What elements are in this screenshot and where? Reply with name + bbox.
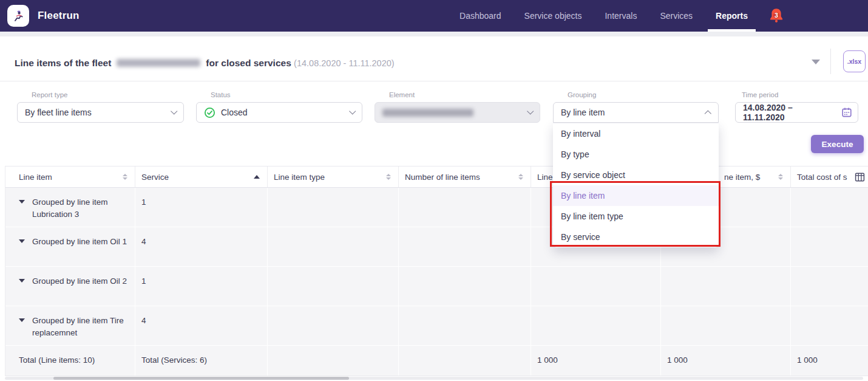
expand-row-icon[interactable] — [19, 200, 25, 204]
grouping-option-by-service[interactable]: By service — [553, 227, 719, 247]
totals-line-item-cost: 1 000 — [531, 346, 661, 376]
column-header-service[interactable]: Service — [135, 166, 268, 187]
status-value: Closed — [221, 108, 350, 117]
notification-badge: 3 — [775, 12, 778, 19]
grouping-value: By line item — [561, 108, 706, 117]
expand-row-icon[interactable] — [19, 239, 25, 243]
column-header-total-cost-of-services[interactable]: Total cost of s — [791, 166, 868, 187]
titlebar-border — [0, 81, 868, 81]
column-label: Total cost of s — [797, 173, 847, 182]
status-label: Status — [211, 91, 231, 98]
service-cell: 1 — [135, 188, 268, 227]
report-title: Line items of the fleetfor closed servic… — [15, 58, 395, 69]
titlebar-divider — [830, 49, 831, 74]
status-closed-check-icon — [204, 107, 215, 118]
report-table: Line item Service Line item type Number … — [5, 166, 868, 376]
main-nav: Dashboard Service objects Intervals Serv… — [459, 0, 748, 32]
nav-label: Services — [660, 11, 693, 21]
nav-item-reports[interactable]: Reports — [716, 0, 748, 32]
table-header-row: Line item Service Line item type Number … — [5, 166, 868, 188]
nav-label: Dashboard — [459, 11, 501, 21]
grouping-option-by-interval[interactable]: By interval — [553, 123, 719, 144]
grouping-select[interactable]: By line item — [553, 102, 719, 123]
table-totals-row: Total (Line items: 10) Total (Services: … — [5, 346, 868, 376]
grouping-dropdown: By interval By type By service object By… — [553, 123, 719, 247]
table-row: Grouped by line item Lubrication 3 1 — [5, 188, 868, 227]
collapse-report-chevron-icon[interactable] — [812, 60, 820, 64]
nav-item-dashboard[interactable]: Dashboard — [459, 0, 501, 32]
sort-icon[interactable] — [123, 174, 127, 180]
element-select-disabled — [375, 102, 540, 123]
column-settings-icon[interactable] — [855, 172, 865, 184]
column-label: Line item type — [274, 173, 325, 182]
column-label: Line item — [19, 173, 52, 182]
table-row: Grouped by line item Oil 2 1 — [5, 267, 868, 306]
nav-item-services[interactable]: Services — [660, 0, 693, 32]
service-cell: 1 — [135, 267, 268, 306]
horizontal-scrollbar-thumb[interactable] — [53, 377, 349, 380]
nav-label: Service objects — [524, 11, 582, 21]
line-item-text: Grouped by line item Oil 2 — [32, 275, 127, 287]
totals-total-cost-services: 1 000 — [791, 346, 868, 376]
nav-label: Reports — [716, 11, 748, 21]
line-item-cell: Grouped by line item Tire replacemnet — [5, 306, 135, 345]
column-header-line-item-type[interactable]: Line item type — [268, 166, 399, 187]
nav-label: Intervals — [605, 11, 637, 21]
redacted-fleet-name — [117, 59, 200, 67]
time-period-input[interactable]: 14.08.2020 – 11.11.2020 — [735, 102, 858, 123]
time-period-label: Time period — [742, 91, 778, 98]
column-label: Service — [141, 173, 169, 182]
service-cell: 4 — [135, 227, 268, 266]
chevron-down-icon — [349, 108, 356, 114]
line-item-cell: Grouped by line item Lubrication 3 — [5, 188, 135, 227]
expand-row-icon[interactable] — [19, 318, 25, 322]
execute-button[interactable]: Execute — [811, 135, 864, 153]
nav-item-intervals[interactable]: Intervals — [605, 0, 637, 32]
line-item-text: Grouped by line item Lubrication 3 — [32, 196, 129, 220]
grouping-option-by-type[interactable]: By type — [553, 144, 719, 165]
expand-row-icon[interactable] — [19, 279, 25, 283]
notifications-bell-icon[interactable]: 3 — [767, 7, 785, 25]
sort-icon[interactable] — [386, 174, 391, 180]
totals-line-items: Total (Line items: 10) — [5, 346, 135, 376]
report-type-select[interactable]: By fleet line items — [17, 102, 184, 123]
grouping-option-by-line-item[interactable]: By line item — [553, 185, 719, 206]
totals-total-cost-line-item: 1 000 — [661, 346, 791, 376]
grouping-option-by-line-item-type[interactable]: By line item type — [553, 206, 719, 227]
calendar-icon[interactable] — [841, 107, 852, 118]
fleetrun-app: Fleetrun Dashboard Service objects Inter… — [0, 0, 868, 381]
table-row: Grouped by line item Oil 1 4 — [5, 227, 868, 267]
column-header-line-item[interactable]: Line item — [5, 166, 135, 187]
report-type-value: By fleet line items — [25, 108, 171, 117]
grouping-label: Grouping — [568, 91, 596, 98]
line-item-cell: Grouped by line item Oil 1 — [5, 227, 135, 266]
line-item-text: Grouped by line item Oil 1 — [32, 236, 127, 248]
brand-name: Fleetrun — [38, 10, 80, 22]
top-navbar: Fleetrun Dashboard Service objects Inter… — [0, 0, 868, 32]
column-label: Line — [537, 173, 553, 182]
status-select[interactable]: Closed — [196, 102, 362, 123]
service-cell: 4 — [135, 306, 268, 345]
column-label: ne item, $ — [724, 173, 760, 182]
line-item-cell: Grouped by line item Oil 2 — [5, 267, 135, 306]
column-label: Number of line items — [405, 173, 480, 182]
title-prefix: Line items of the fleet — [15, 58, 111, 68]
export-xlsx-button[interactable]: .xlsx — [843, 50, 866, 72]
sort-icon[interactable] — [778, 174, 783, 180]
title-suffix: for closed services — [206, 58, 291, 68]
nav-item-service-objects[interactable]: Service objects — [524, 0, 582, 32]
chevron-down-icon — [527, 108, 534, 114]
element-label: Element — [389, 91, 415, 98]
chevron-down-icon — [171, 108, 177, 114]
brand[interactable]: Fleetrun — [7, 5, 80, 27]
table-row: Grouped by line item Tire replacemnet 4 — [5, 306, 868, 346]
title-date-range: (14.08.2020 - 11.11.2020) — [294, 58, 395, 68]
fleetrun-logo-icon — [7, 5, 29, 27]
grouping-option-by-service-object[interactable]: By service object — [553, 165, 719, 185]
line-item-text: Grouped by line item Tire replacemnet — [32, 315, 129, 338]
totals-services: Total (Services: 6) — [135, 346, 268, 376]
sort-asc-icon[interactable] — [254, 175, 260, 179]
sort-icon[interactable] — [518, 174, 523, 180]
column-header-number-of-line-items[interactable]: Number of line items — [399, 166, 531, 187]
redacted-element-value — [382, 109, 473, 117]
